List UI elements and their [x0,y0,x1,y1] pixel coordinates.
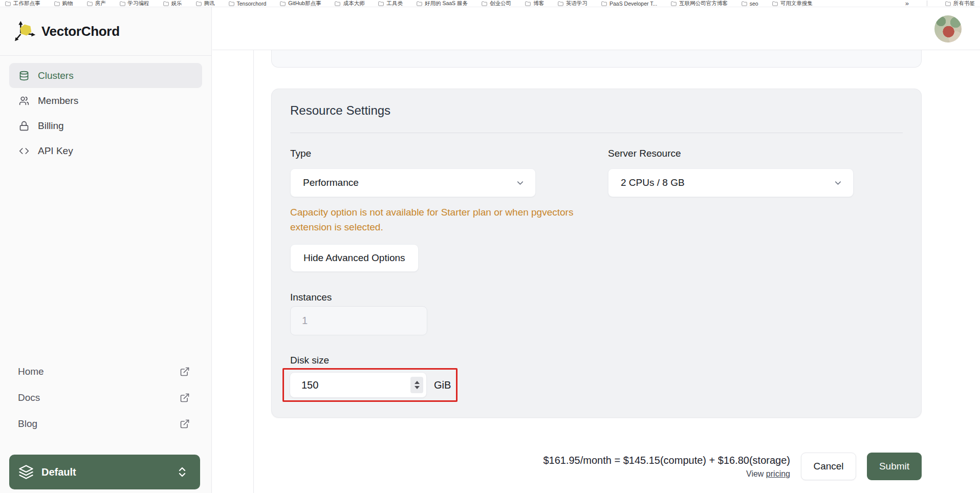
folder-icon [558,1,563,6]
server-resource-select-value: 2 CPUs / 8 GB [621,177,685,188]
server-resource-label: Server Resource [608,148,681,159]
bookmark-item[interactable]: GitHub那点事 [280,0,321,7]
panel-title-divider [290,133,903,133]
external-link-icon [180,393,190,403]
lock-icon [19,121,29,131]
sidebar-item-billing[interactable]: Billing [9,113,202,138]
bookmark-item[interactable]: 好用的 SaaS 服务 [417,0,468,7]
bookmark-item[interactable]: 博客 [525,0,544,7]
capacity-warning-text: Capacity option is not available for Sta… [290,205,618,234]
folder-icon [280,1,286,6]
folder-icon [601,1,607,6]
folder-icon [945,1,951,6]
type-select-value: Performance [303,177,359,188]
sidebar-item-api-key[interactable]: API Key [9,138,202,163]
bookmark-item[interactable]: 互联网公司官方博客 [671,0,728,7]
previous-section-card-edge [271,50,922,68]
folder-icon [378,1,384,6]
server-resource-select[interactable]: 2 CPUs / 8 GB [608,168,854,197]
type-select[interactable]: Performance [290,168,536,197]
folder-icon [196,1,202,6]
chevron-down-icon [833,178,843,188]
submit-button[interactable]: Submit [867,453,922,480]
bookmarks-divider [927,1,927,6]
folder-icon [671,1,677,6]
disk-size-input[interactable] [290,372,427,398]
stepper-down-icon[interactable] [415,386,420,389]
sidebar-link-docs[interactable]: Docs [0,384,211,411]
browser-bookmarks-bar: 工作那点事 购物 房产 学习编程 娱乐 腾讯 Tensorchord GitHu… [0,0,980,7]
sidebar-item-label: Members [38,95,78,106]
brand-logo-row[interactable]: VectorChord [0,7,211,56]
sidebar-link-label: Blog [18,418,37,430]
sidebar-item-label: Clusters [38,70,74,81]
content-divider [253,50,254,493]
view-pricing-row: View pricing [543,469,790,479]
bookmark-item[interactable]: Tensorchord [229,1,267,7]
sidebar-item-clusters[interactable]: Clusters [9,63,202,88]
pricing-link[interactable]: pricing [766,469,790,478]
resource-settings-panel: Resource Settings Type Server Resource P… [271,89,922,418]
price-breakdown: $161.95/month = $145.15(compute) + $16.8… [543,455,790,466]
sidebar-external-links: Home Docs Blog [0,358,211,437]
database-icon [19,71,29,81]
sidebar-link-label: Docs [18,392,40,403]
app-header [212,7,980,50]
all-bookmarks-button[interactable]: 所有书签 [945,0,975,7]
bookmark-item[interactable]: 工作那点事 [5,0,40,7]
user-avatar[interactable] [934,15,962,42]
layers-icon [18,464,34,480]
folder-icon [772,1,778,6]
view-pricing-prefix: View [746,469,766,478]
folder-icon [742,1,747,6]
cancel-button[interactable]: Cancel [801,453,856,480]
folder-icon [335,1,340,6]
bookmark-item[interactable]: 英语学习 [558,0,587,7]
bookmark-item[interactable]: 创业公司 [482,0,511,7]
bookmark-item[interactable]: 房产 [87,0,106,7]
bookmark-item[interactable]: seo [742,1,758,7]
bookmark-item[interactable]: PaaS Developer T... [601,1,657,7]
folder-icon [482,1,487,6]
bookmark-item[interactable]: 学习编程 [120,0,149,7]
project-name: Default [41,466,168,478]
sidebar-nav: Clusters Members Billing API Key [0,56,211,163]
sidebar-item-members[interactable]: Members [9,88,202,113]
bookmark-item[interactable]: 腾讯 [196,0,215,7]
sidebar-item-label: Billing [38,120,64,132]
disk-size-unit: GiB [434,379,451,391]
disk-size-input-wrap [290,372,427,398]
number-stepper[interactable] [410,377,423,393]
panel-title: Resource Settings [290,103,390,118]
folder-icon [417,1,422,6]
folder-icon [5,1,11,6]
sidebar-link-home[interactable]: Home [0,358,211,384]
folder-icon [163,1,169,6]
hide-advanced-options-button[interactable]: Hide Advanced Options [290,244,419,272]
users-icon [19,96,29,106]
code-icon [19,146,29,156]
project-switcher[interactable]: Default [9,455,200,489]
bookmarks-overflow-chevron[interactable]: » [905,0,909,7]
disk-size-highlight-box: GiB [282,368,458,402]
sidebar-link-label: Home [18,366,44,377]
folder-icon [229,1,234,6]
folder-icon [120,1,125,6]
bookmark-item[interactable]: 娱乐 [163,0,182,7]
bookmark-item[interactable]: 工具类 [378,0,403,7]
bookmark-item[interactable]: 成本大师 [335,0,364,7]
folder-icon [54,1,60,6]
chevron-down-icon [515,178,525,188]
disk-size-label: Disk size [290,355,329,366]
external-link-icon [180,367,190,377]
stepper-up-icon[interactable] [415,381,420,384]
form-footer: $161.95/month = $145.15(compute) + $16.8… [543,453,922,480]
bookmark-item[interactable]: 购物 [54,0,73,7]
bookmark-item[interactable]: 可用文章搜集 [772,0,813,7]
vectorchord-logo-icon [13,19,37,43]
sidebar-link-blog[interactable]: Blog [0,411,211,437]
type-label: Type [290,148,311,159]
instances-input[interactable] [290,306,427,335]
sidebar: VectorChord Clusters Members Billing API… [0,7,212,493]
sidebar-item-label: API Key [38,145,73,157]
